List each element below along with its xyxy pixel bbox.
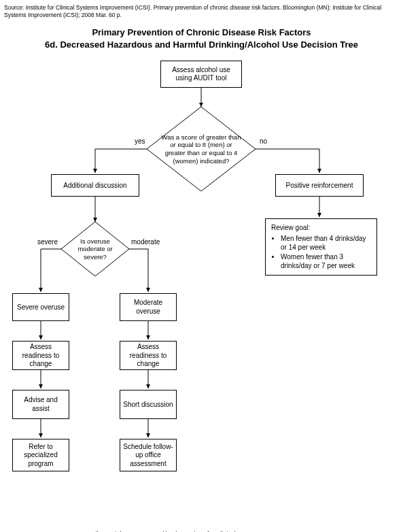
node-schedule-followup: Schedule follow-up office assessment	[120, 439, 177, 471]
label-severe: severe	[37, 238, 58, 246]
node-additional-discussion: Additional discussion	[51, 174, 139, 197]
review-goal-title: Review goal:	[271, 223, 371, 233]
node-severe-overuse: Severe overuse	[12, 293, 69, 321]
node-assess-readiness-moderate: Assess readiness to change	[120, 341, 177, 370]
flowchart-canvas: Assess alcohol use using AUDIT tool Was …	[0, 50, 403, 527]
node-assess-audit: Assess alcohol use using AUDIT tool	[160, 61, 242, 88]
label-yes: yes	[135, 137, 145, 145]
review-bullet-men: Men fewer than 4 drinks/day or 14 per we…	[281, 234, 371, 252]
review-bullet-women: Women fewer than 3 drinks/day or 7 per w…	[281, 252, 371, 271]
label-no: no	[260, 137, 267, 145]
page-title: Primary Prevention of Chronic Disease Ri…	[0, 27, 403, 50]
node-moderate-overuse: Moderate overuse	[120, 293, 177, 321]
label-moderate: moderate	[131, 238, 160, 246]
footer-copyright: All copyrights are reserved by the Insti…	[0, 527, 403, 532]
title-line-1: Primary Prevention of Chronic Disease Ri…	[0, 27, 403, 39]
source-citation: Source: Institute for Clinical Systems I…	[0, 0, 403, 20]
node-advise-assist: Advise and assist	[12, 390, 69, 419]
title-line-2: 6d. Decreased Hazardous and Harmful Drin…	[0, 39, 403, 51]
node-refer-program: Refer to specialized program	[12, 439, 69, 471]
decision-overuse-level: Is overuse moderate or severe?	[61, 222, 129, 276]
decision-overuse-text: Is overuse moderate or severe?	[61, 222, 129, 276]
node-positive-reinforcement: Positive reinforcement	[275, 174, 364, 197]
decision-score-threshold: Was a score of greater than or equal to …	[147, 107, 256, 191]
decision-score-text: Was a score of greater than or equal to …	[147, 107, 256, 191]
node-assess-readiness-severe: Assess readiness to change	[12, 341, 69, 370]
node-short-discussion: Short discussion	[120, 390, 177, 419]
node-review-goal: Review goal: Men fewer than 4 drinks/day…	[265, 218, 377, 276]
